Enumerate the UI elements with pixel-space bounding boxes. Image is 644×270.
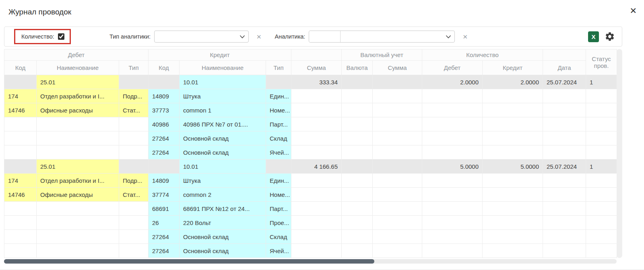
cell-date [543, 174, 586, 188]
close-icon[interactable]: ✕ [630, 6, 637, 15]
cell-credit-name: Основной склад [180, 230, 266, 244]
cell-currency [342, 103, 373, 117]
summary-row[interactable]: 25.0110.014 166.655.00005.000025.07.2024… [4, 160, 617, 174]
cell-credit-type: Номе... [266, 103, 291, 117]
cell-amount [291, 174, 342, 188]
horizontal-scrollbar[interactable] [4, 259, 617, 264]
cell-debit-name: Отдел разработки и I... [37, 174, 119, 188]
table-row[interactable]: 27264Основной складЯчей... [4, 145, 617, 160]
clear-analytics-type-icon[interactable]: ✕ [256, 34, 262, 40]
horizontal-scrollbar-thumb[interactable] [4, 259, 374, 264]
cell-debit-type [119, 160, 149, 174]
cell-amount [291, 230, 342, 244]
cell-credit-type: Номе... [266, 188, 291, 202]
column-header-qty-credit: Кредит [483, 61, 543, 75]
cell-credit-type [266, 75, 291, 89]
cell-qty-debit [422, 131, 483, 145]
cell-qty-credit [483, 216, 543, 230]
vertical-scrollbar[interactable] [617, 49, 622, 258]
table-row[interactable]: 174Отдел разработки и I...Подр...14809Шт… [4, 89, 617, 103]
cell-qty-debit [422, 216, 483, 230]
cell-date [543, 89, 586, 103]
cell-currency-amount [373, 75, 422, 89]
table-row[interactable]: 27264Основной складСклад [4, 230, 617, 244]
cell-date [543, 244, 586, 258]
cell-date [543, 117, 586, 131]
column-header-credit-name: Наименование [180, 61, 266, 75]
cell-date [543, 131, 586, 145]
cell-credit-code: 26 [149, 216, 180, 230]
cell-status: 1 [586, 75, 617, 89]
cell-status: 1 [586, 160, 617, 174]
cell-currency-amount [373, 188, 422, 202]
cell-debit-name [37, 230, 119, 244]
table-row[interactable]: 27264Основной складСклад [4, 131, 617, 145]
table-row[interactable]: 14746Офисные расходыСтат...37773common 1… [4, 103, 617, 117]
chevron-down-icon [446, 35, 451, 39]
group-header-amount-spacer [291, 49, 342, 61]
clear-analytics-icon[interactable]: ✕ [462, 34, 468, 40]
cell-qty-debit [422, 230, 483, 244]
cell-currency-amount [373, 89, 422, 103]
cell-debit-code: 14746 [4, 103, 37, 117]
cell-credit-type: Парт... [266, 117, 291, 131]
table-column-header-row: Код Наименование Тип Код Наименование Ти… [4, 61, 617, 75]
cell-date: 25.07.2024 [543, 75, 586, 89]
cell-credit-type: Склад [266, 131, 291, 145]
cell-currency [342, 188, 373, 202]
cell-qty-credit [483, 188, 543, 202]
cell-credit-type: Прое... [266, 216, 291, 230]
cell-currency-amount [373, 216, 422, 230]
cell-credit-code: 27264 [149, 244, 180, 258]
cell-currency [342, 75, 373, 89]
settings-button[interactable] [605, 31, 615, 42]
cell-qty-credit: 2.0000 [483, 75, 543, 89]
cell-qty-debit [422, 89, 483, 103]
cell-credit-name: 68691 ПРХ №12 от 24... [180, 202, 266, 216]
cell-credit-code: 37773 [149, 103, 180, 117]
table-row[interactable]: 14746Офисные расходыСтат...37774common 2… [4, 188, 617, 202]
cell-qty-debit: 5.0000 [422, 160, 483, 174]
cell-debit-name [37, 216, 119, 230]
cell-debit-type [119, 117, 149, 131]
table-row[interactable]: 4098640986 ПРХ №7 от 01....Парт... [4, 117, 617, 131]
column-header-debit-code: Код [4, 61, 37, 75]
cell-debit-type [119, 145, 149, 160]
cell-debit-type: Подр... [119, 89, 149, 103]
column-header-debit-type: Тип [119, 61, 149, 75]
journal-table: Дебет Кредит Валютный учет Количество Ст… [4, 49, 622, 258]
table-row[interactable]: 6869168691 ПРХ №12 от 24...Парт... [4, 202, 617, 216]
cell-date [543, 103, 586, 117]
table-row[interactable]: 27264Основной складЯчей... [4, 244, 617, 258]
cell-currency [342, 230, 373, 244]
cell-credit-type: Парт... [266, 202, 291, 216]
cell-amount: 4 166.65 [291, 160, 342, 174]
analytics-code-input[interactable] [309, 31, 341, 42]
table-row[interactable]: 26220 ВольтПрое... [4, 216, 617, 230]
cell-currency-amount [373, 117, 422, 131]
cell-credit-code [149, 160, 180, 174]
quantity-annotation-box: Количество: [14, 29, 71, 44]
summary-row[interactable]: 25.0110.01333.342.00002.000025.07.20241 [4, 75, 617, 89]
gear-icon [605, 31, 615, 42]
table-row[interactable]: 174Отдел разработки и I...Подр...14809Шт… [4, 174, 617, 188]
cell-credit-code: 14809 [149, 89, 180, 103]
cell-credit-code: 40986 [149, 117, 180, 131]
cell-debit-code [4, 160, 37, 174]
analytics-select[interactable] [341, 31, 454, 42]
cell-credit-name: 10.01 [180, 75, 266, 89]
cell-credit-name: common 1 [180, 103, 266, 117]
cell-status [586, 216, 617, 230]
analytics-combo [309, 31, 455, 43]
group-header-debit: Дебет [4, 49, 149, 61]
export-excel-button[interactable]: X [588, 31, 599, 42]
quantity-checkbox[interactable] [58, 33, 64, 40]
cell-debit-type [119, 202, 149, 216]
cell-currency-amount [373, 160, 422, 174]
cell-credit-name: common 2 [180, 188, 266, 202]
cell-debit-name: 25.01 [37, 75, 119, 89]
analytics-type-select[interactable] [154, 31, 249, 43]
column-header-currency: Валюта [342, 61, 373, 75]
cell-currency [342, 216, 373, 230]
cell-currency [342, 174, 373, 188]
